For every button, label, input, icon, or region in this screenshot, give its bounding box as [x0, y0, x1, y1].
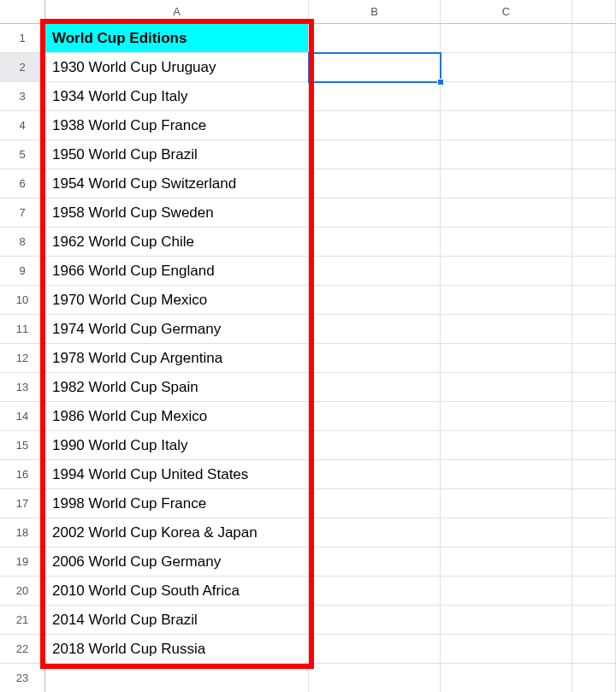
row-header-2[interactable]: 2 — [0, 53, 45, 82]
cell-B15[interactable] — [309, 431, 441, 460]
cell-B11[interactable] — [309, 315, 441, 344]
cell-D19[interactable] — [572, 547, 616, 577]
cell-A20[interactable]: 2010 World Cup South Africa — [45, 577, 309, 606]
cell-D20[interactable] — [572, 577, 616, 606]
cell-C23[interactable] — [441, 664, 572, 692]
cell-B5[interactable] — [309, 140, 441, 169]
cell-B10[interactable] — [309, 286, 441, 315]
cell-A11[interactable]: 1974 World Cup Germany — [45, 315, 309, 344]
cell-A9[interactable]: 1966 World Cup England — [45, 257, 309, 286]
row-header-22[interactable]: 22 — [0, 635, 45, 664]
cell-D10[interactable] — [572, 286, 616, 315]
cell-C19[interactable] — [441, 547, 572, 577]
cell-A3[interactable]: 1934 World Cup Italy — [45, 82, 309, 111]
cell-D13[interactable] — [572, 373, 616, 402]
cell-A18[interactable]: 2002 World Cup Korea & Japan — [45, 518, 309, 547]
cell-B9[interactable] — [309, 257, 441, 286]
cell-C5[interactable] — [441, 140, 572, 169]
cell-B12[interactable] — [309, 344, 441, 373]
cell-D3[interactable] — [572, 82, 616, 111]
cell-B8[interactable] — [309, 228, 441, 257]
cell-C1[interactable] — [441, 24, 572, 53]
cell-A16[interactable]: 1994 World Cup United States — [45, 460, 309, 489]
cell-B14[interactable] — [309, 402, 441, 431]
cell-A4[interactable]: 1938 World Cup France — [45, 111, 309, 140]
cell-A10[interactable]: 1970 World Cup Mexico — [45, 286, 309, 315]
row-header-21[interactable]: 21 — [0, 606, 45, 635]
cell-C18[interactable] — [441, 518, 572, 547]
cell-C4[interactable] — [441, 111, 572, 140]
row-header-3[interactable]: 3 — [0, 82, 45, 111]
cell-C21[interactable] — [441, 606, 572, 635]
row-header-23[interactable]: 23 — [0, 664, 45, 692]
cell-C15[interactable] — [441, 431, 572, 460]
cell-B13[interactable] — [309, 373, 441, 402]
cell-A13[interactable]: 1982 World Cup Spain — [45, 373, 309, 402]
cell-C6[interactable] — [441, 169, 572, 198]
cell-B23[interactable] — [309, 664, 441, 692]
cell-D8[interactable] — [572, 228, 616, 257]
cell-D22[interactable] — [572, 635, 616, 664]
row-header-18[interactable]: 18 — [0, 518, 45, 547]
row-header-20[interactable]: 20 — [0, 577, 45, 606]
cell-C16[interactable] — [441, 460, 572, 489]
cell-B6[interactable] — [309, 169, 441, 198]
cell-C20[interactable] — [441, 577, 572, 606]
cell-D6[interactable] — [572, 169, 616, 198]
cell-D4[interactable] — [572, 111, 616, 140]
cell-A19[interactable]: 2006 World Cup Germany — [45, 547, 309, 577]
cell-C14[interactable] — [441, 402, 572, 431]
cell-D9[interactable] — [572, 257, 616, 286]
row-header-1[interactable]: 1 — [0, 24, 45, 53]
row-header-8[interactable]: 8 — [0, 228, 45, 257]
cell-A12[interactable]: 1978 World Cup Argentina — [45, 344, 309, 373]
row-header-17[interactable]: 17 — [0, 489, 45, 518]
cell-A21[interactable]: 2014 World Cup Brazil — [45, 606, 309, 635]
cell-B18[interactable] — [309, 518, 441, 547]
col-header-C[interactable]: C — [441, 0, 572, 24]
cell-B1[interactable] — [309, 24, 441, 53]
cell-A1[interactable]: World Cup Editions — [45, 24, 309, 53]
row-header-13[interactable]: 13 — [0, 373, 45, 402]
cell-B2[interactable] — [309, 53, 441, 82]
cell-B4[interactable] — [309, 111, 441, 140]
cell-D18[interactable] — [572, 518, 616, 547]
col-header-A[interactable]: A — [45, 0, 309, 24]
cell-D2[interactable] — [572, 53, 616, 82]
cell-C10[interactable] — [441, 286, 572, 315]
cell-B21[interactable] — [309, 606, 441, 635]
row-header-5[interactable]: 5 — [0, 140, 45, 169]
cell-B20[interactable] — [309, 577, 441, 606]
cell-B19[interactable] — [309, 547, 441, 577]
cell-D11[interactable] — [572, 315, 616, 344]
cell-C3[interactable] — [441, 82, 572, 111]
cell-C13[interactable] — [441, 373, 572, 402]
cell-D7[interactable] — [572, 198, 616, 228]
row-header-19[interactable]: 19 — [0, 547, 45, 577]
cell-C7[interactable] — [441, 198, 572, 228]
cell-A8[interactable]: 1962 World Cup Chile — [45, 228, 309, 257]
cell-A14[interactable]: 1986 World Cup Mexico — [45, 402, 309, 431]
row-header-14[interactable]: 14 — [0, 402, 45, 431]
cell-A7[interactable]: 1958 World Cup Sweden — [45, 198, 309, 228]
cell-C11[interactable] — [441, 315, 572, 344]
row-header-6[interactable]: 6 — [0, 169, 45, 198]
cell-A23[interactable] — [45, 664, 309, 692]
cell-B7[interactable] — [309, 198, 441, 228]
col-header-[interactable] — [572, 0, 616, 24]
row-header-4[interactable]: 4 — [0, 111, 45, 140]
cell-C12[interactable] — [441, 344, 572, 373]
cell-B22[interactable] — [309, 635, 441, 664]
cell-D16[interactable] — [572, 460, 616, 489]
cell-A5[interactable]: 1950 World Cup Brazil — [45, 140, 309, 169]
cell-B16[interactable] — [309, 460, 441, 489]
cell-D21[interactable] — [572, 606, 616, 635]
cell-D12[interactable] — [572, 344, 616, 373]
row-header-10[interactable]: 10 — [0, 286, 45, 315]
cell-D15[interactable] — [572, 431, 616, 460]
cell-C22[interactable] — [441, 635, 572, 664]
cell-D17[interactable] — [572, 489, 616, 518]
cell-A17[interactable]: 1998 World Cup France — [45, 489, 309, 518]
cell-C17[interactable] — [441, 489, 572, 518]
row-header-16[interactable]: 16 — [0, 460, 45, 489]
